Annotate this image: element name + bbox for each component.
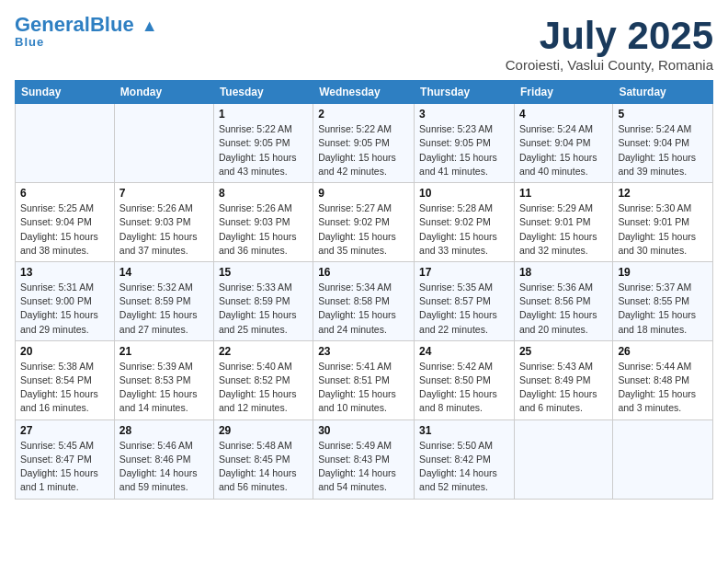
- col-monday: Monday: [114, 81, 213, 104]
- col-tuesday: Tuesday: [213, 81, 313, 104]
- day-cell: 27Sunrise: 5:45 AM Sunset: 8:47 PM Dayli…: [16, 419, 115, 499]
- day-number: 5: [618, 108, 708, 121]
- day-number: 14: [119, 266, 209, 279]
- calendar-subtitle: Coroiesti, Vaslui County, Romania: [506, 57, 713, 73]
- day-cell: 5Sunrise: 5:24 AM Sunset: 9:04 PM Daylig…: [613, 104, 713, 183]
- day-detail: Sunrise: 5:42 AM Sunset: 8:50 PM Dayligh…: [419, 360, 509, 416]
- day-number: 12: [618, 187, 708, 200]
- day-number: 22: [219, 345, 308, 358]
- day-detail: Sunrise: 5:23 AM Sunset: 9:05 PM Dayligh…: [419, 122, 509, 178]
- logo-text: GeneralBlue ▲: [15, 15, 158, 35]
- day-detail: Sunrise: 5:39 AM Sunset: 8:53 PM Dayligh…: [119, 360, 209, 416]
- day-detail: Sunrise: 5:43 AM Sunset: 8:49 PM Dayligh…: [519, 360, 608, 416]
- day-detail: Sunrise: 5:22 AM Sunset: 9:05 PM Dayligh…: [219, 122, 308, 178]
- day-detail: Sunrise: 5:25 AM Sunset: 9:04 PM Dayligh…: [20, 201, 109, 258]
- day-detail: Sunrise: 5:40 AM Sunset: 8:52 PM Dayligh…: [219, 360, 308, 416]
- col-saturday: Saturday: [613, 81, 713, 104]
- day-detail: Sunrise: 5:29 AM Sunset: 9:01 PM Dayligh…: [519, 201, 608, 258]
- col-wednesday: Wednesday: [313, 81, 415, 104]
- day-number: 16: [318, 266, 409, 279]
- day-cell: 22Sunrise: 5:40 AM Sunset: 8:52 PM Dayli…: [213, 340, 313, 419]
- day-cell: 30Sunrise: 5:49 AM Sunset: 8:43 PM Dayli…: [313, 419, 415, 499]
- col-thursday: Thursday: [415, 81, 515, 104]
- day-detail: Sunrise: 5:26 AM Sunset: 9:03 PM Dayligh…: [219, 201, 308, 258]
- day-cell: 23Sunrise: 5:41 AM Sunset: 8:51 PM Dayli…: [313, 340, 415, 419]
- day-number: 28: [119, 424, 209, 437]
- day-number: 31: [419, 424, 509, 437]
- day-cell: 12Sunrise: 5:30 AM Sunset: 9:01 PM Dayli…: [613, 183, 713, 262]
- header-row: Sunday Monday Tuesday Wednesday Thursday…: [16, 81, 713, 104]
- day-detail: Sunrise: 5:34 AM Sunset: 8:58 PM Dayligh…: [318, 281, 409, 337]
- day-cell: 28Sunrise: 5:46 AM Sunset: 8:46 PM Dayli…: [114, 419, 213, 499]
- logo: GeneralBlue ▲ Blue: [15, 15, 158, 49]
- day-number: 6: [20, 187, 109, 200]
- day-cell: 15Sunrise: 5:33 AM Sunset: 8:59 PM Dayli…: [213, 261, 313, 340]
- day-cell: 3Sunrise: 5:23 AM Sunset: 9:05 PM Daylig…: [415, 104, 515, 183]
- day-cell: [514, 419, 612, 499]
- day-detail: Sunrise: 5:26 AM Sunset: 9:03 PM Dayligh…: [119, 201, 209, 258]
- day-number: 17: [419, 266, 509, 279]
- week-row-2: 6Sunrise: 5:25 AM Sunset: 9:04 PM Daylig…: [16, 183, 713, 262]
- header: GeneralBlue ▲ Blue July 2025 Coroiesti, …: [15, 15, 713, 73]
- day-detail: Sunrise: 5:27 AM Sunset: 9:02 PM Dayligh…: [318, 201, 409, 258]
- day-cell: 25Sunrise: 5:43 AM Sunset: 8:49 PM Dayli…: [514, 340, 612, 419]
- logo-sub: Blue: [15, 35, 44, 49]
- day-number: 25: [519, 345, 608, 358]
- day-cell: 2Sunrise: 5:22 AM Sunset: 9:05 PM Daylig…: [313, 104, 415, 183]
- day-number: 11: [519, 187, 608, 200]
- col-friday: Friday: [514, 81, 612, 104]
- day-number: 2: [318, 108, 409, 121]
- day-detail: Sunrise: 5:48 AM Sunset: 8:45 PM Dayligh…: [219, 439, 308, 495]
- day-number: 23: [318, 345, 409, 358]
- day-cell: 16Sunrise: 5:34 AM Sunset: 8:58 PM Dayli…: [313, 261, 415, 340]
- day-detail: Sunrise: 5:28 AM Sunset: 9:02 PM Dayligh…: [419, 201, 509, 258]
- day-number: 24: [419, 345, 509, 358]
- day-number: 9: [318, 187, 409, 200]
- day-cell: 11Sunrise: 5:29 AM Sunset: 9:01 PM Dayli…: [514, 183, 612, 262]
- day-detail: Sunrise: 5:44 AM Sunset: 8:48 PM Dayligh…: [618, 360, 708, 416]
- day-cell: 4Sunrise: 5:24 AM Sunset: 9:04 PM Daylig…: [514, 104, 612, 183]
- day-number: 8: [219, 187, 308, 200]
- day-detail: Sunrise: 5:46 AM Sunset: 8:46 PM Dayligh…: [119, 439, 209, 495]
- day-number: 10: [419, 187, 509, 200]
- day-cell: 9Sunrise: 5:27 AM Sunset: 9:02 PM Daylig…: [313, 183, 415, 262]
- day-cell: 17Sunrise: 5:35 AM Sunset: 8:57 PM Dayli…: [415, 261, 515, 340]
- week-row-1: 1Sunrise: 5:22 AM Sunset: 9:05 PM Daylig…: [16, 104, 713, 183]
- day-cell: 24Sunrise: 5:42 AM Sunset: 8:50 PM Dayli…: [415, 340, 515, 419]
- day-number: 20: [20, 345, 109, 358]
- logo-icon: ▲: [142, 17, 158, 35]
- day-number: 21: [119, 345, 209, 358]
- day-number: 3: [419, 108, 509, 121]
- day-cell: 20Sunrise: 5:38 AM Sunset: 8:54 PM Dayli…: [16, 340, 115, 419]
- week-row-3: 13Sunrise: 5:31 AM Sunset: 9:00 PM Dayli…: [16, 261, 713, 340]
- day-cell: 19Sunrise: 5:37 AM Sunset: 8:55 PM Dayli…: [613, 261, 713, 340]
- calendar-title: July 2025: [506, 15, 713, 57]
- day-cell: 29Sunrise: 5:48 AM Sunset: 8:45 PM Dayli…: [213, 419, 313, 499]
- day-number: 15: [219, 266, 308, 279]
- day-detail: Sunrise: 5:30 AM Sunset: 9:01 PM Dayligh…: [618, 201, 708, 258]
- week-row-4: 20Sunrise: 5:38 AM Sunset: 8:54 PM Dayli…: [16, 340, 713, 419]
- day-detail: Sunrise: 5:33 AM Sunset: 8:59 PM Dayligh…: [219, 281, 308, 337]
- col-sunday: Sunday: [16, 81, 115, 104]
- day-number: 30: [318, 424, 409, 437]
- day-cell: [16, 104, 115, 183]
- day-number: 19: [618, 266, 708, 279]
- day-cell: 26Sunrise: 5:44 AM Sunset: 8:48 PM Dayli…: [613, 340, 713, 419]
- day-detail: Sunrise: 5:45 AM Sunset: 8:47 PM Dayligh…: [20, 439, 109, 495]
- day-number: 18: [519, 266, 608, 279]
- day-number: 26: [618, 345, 708, 358]
- day-detail: Sunrise: 5:50 AM Sunset: 8:42 PM Dayligh…: [419, 439, 509, 495]
- week-row-5: 27Sunrise: 5:45 AM Sunset: 8:47 PM Dayli…: [16, 419, 713, 499]
- day-detail: Sunrise: 5:49 AM Sunset: 8:43 PM Dayligh…: [318, 439, 409, 495]
- day-detail: Sunrise: 5:35 AM Sunset: 8:57 PM Dayligh…: [419, 281, 509, 337]
- day-detail: Sunrise: 5:24 AM Sunset: 9:04 PM Dayligh…: [618, 122, 708, 178]
- day-cell: 14Sunrise: 5:32 AM Sunset: 8:59 PM Dayli…: [114, 261, 213, 340]
- day-detail: Sunrise: 5:32 AM Sunset: 8:59 PM Dayligh…: [119, 281, 209, 337]
- day-number: 1: [219, 108, 308, 121]
- day-number: 13: [20, 266, 109, 279]
- day-detail: Sunrise: 5:24 AM Sunset: 9:04 PM Dayligh…: [519, 122, 608, 178]
- day-cell: 10Sunrise: 5:28 AM Sunset: 9:02 PM Dayli…: [415, 183, 515, 262]
- day-cell: [613, 419, 713, 499]
- day-detail: Sunrise: 5:38 AM Sunset: 8:54 PM Dayligh…: [20, 360, 109, 416]
- logo-blue: Blue: [90, 13, 134, 36]
